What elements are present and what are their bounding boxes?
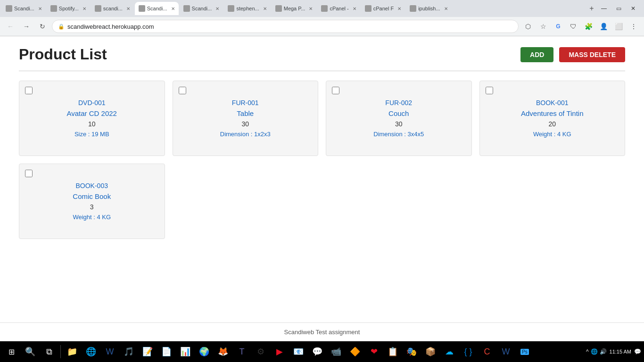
taskbar-ps[interactable]: Ps bbox=[516, 343, 533, 360]
tab-close[interactable]: ✕ bbox=[353, 6, 356, 11]
tab-favicon bbox=[321, 5, 328, 12]
tab-close[interactable]: ✕ bbox=[38, 6, 42, 11]
add-button[interactable]: ADD bbox=[520, 47, 553, 62]
back-button[interactable]: ← bbox=[4, 20, 17, 33]
bookmark-icon[interactable]: ☆ bbox=[537, 20, 550, 33]
tab-close[interactable]: ✕ bbox=[397, 6, 401, 11]
main-content: Product List ADD MASS DELETE DVD-001 Ava… bbox=[0, 36, 644, 322]
tab-t6[interactable]: stephen... ✕ bbox=[224, 2, 270, 15]
tab-t5[interactable]: Scandi... ✕ bbox=[180, 2, 223, 15]
taskbar-app6[interactable]: ▶ bbox=[271, 343, 288, 360]
tab-t4[interactable]: Scandi... ✕ bbox=[135, 2, 179, 15]
taskbar-app2[interactable]: 📝 bbox=[139, 343, 156, 360]
taskbar-edge[interactable]: 🌐 bbox=[83, 343, 99, 360]
lock-icon: 🔒 bbox=[58, 24, 65, 30]
start-button[interactable]: ⊞ bbox=[3, 343, 20, 360]
product-checkbox[interactable] bbox=[179, 87, 186, 94]
taskbar-clock[interactable]: 11:15 AM bbox=[610, 349, 631, 354]
taskbar-app14[interactable]: 📦 bbox=[422, 343, 439, 360]
sidebar-icon[interactable]: ⬜ bbox=[612, 20, 625, 33]
taskbar-app16[interactable]: W bbox=[497, 343, 514, 360]
extension-icon[interactable]: 🧩 bbox=[582, 20, 595, 33]
search-taskbar[interactable]: 🔍 bbox=[22, 343, 39, 360]
taskbar-app7[interactable]: 📧 bbox=[290, 343, 307, 360]
maximize-button[interactable]: ▭ bbox=[613, 4, 624, 13]
taskbar-app3[interactable]: 📄 bbox=[158, 343, 175, 360]
taskbar-app8[interactable]: 💬 bbox=[309, 343, 326, 360]
tab-close[interactable]: ✕ bbox=[83, 6, 86, 11]
tab-close[interactable]: ✕ bbox=[444, 6, 448, 11]
taskbar-vscode[interactable]: { } bbox=[460, 343, 477, 360]
taskbar-app15[interactable]: ☁ bbox=[441, 343, 458, 360]
tray-chevron[interactable]: ^ bbox=[586, 348, 589, 355]
profile-icon[interactable]: 👤 bbox=[597, 20, 610, 33]
tab-close[interactable]: ✕ bbox=[126, 6, 130, 11]
tab-label: Scandi... bbox=[147, 6, 167, 11]
refresh-button[interactable]: ↻ bbox=[36, 20, 49, 33]
tray-network[interactable]: 🌐 bbox=[591, 348, 598, 355]
taskbar-vlc[interactable]: 🎵 bbox=[120, 343, 137, 360]
tab-t2[interactable]: Spotify... ✕ bbox=[47, 2, 90, 15]
taskbar-app11[interactable]: ❤ bbox=[365, 343, 382, 360]
browser-chrome: Scandi... ✕ Spotify... ✕ scandi... ✕ Sca… bbox=[0, 0, 644, 36]
tab-label: Scandi... bbox=[192, 6, 212, 11]
product-card: BOOK-001 Adventures of Tintin 20 Weight … bbox=[479, 81, 626, 156]
google-icon[interactable]: G bbox=[552, 20, 565, 33]
tab-t1[interactable]: Scandi... ✕ bbox=[2, 2, 46, 15]
tab-favicon bbox=[365, 5, 372, 12]
taskbar-right: ^ 🌐 🔊 11:15 AM 💬 bbox=[586, 348, 641, 355]
product-card: DVD-001 Avatar CD 2022 10 Size : 19 MB bbox=[19, 81, 165, 156]
address-bar[interactable]: 🔒 scandiwebreact.herokuapp.com bbox=[52, 20, 519, 33]
product-name: Table bbox=[237, 109, 254, 117]
taskbar-file-explorer[interactable]: 📁 bbox=[64, 343, 81, 360]
tab-t3[interactable]: scandi... ✕ bbox=[91, 2, 134, 15]
taskbar-app10[interactable]: 🔶 bbox=[347, 343, 363, 360]
task-view[interactable]: ⧉ bbox=[41, 343, 58, 360]
tab-t10[interactable]: ipublish... ✕ bbox=[406, 2, 451, 15]
tab-close[interactable]: ✕ bbox=[263, 6, 267, 11]
product-checkbox[interactable] bbox=[25, 170, 33, 177]
close-button[interactable]: ✕ bbox=[628, 4, 638, 13]
taskbar-firefox[interactable]: 🦊 bbox=[215, 343, 231, 360]
tab-t8[interactable]: cPanel - ✕ bbox=[317, 2, 360, 15]
product-checkbox[interactable] bbox=[25, 87, 33, 94]
shield-icon[interactable]: 🛡 bbox=[567, 20, 580, 33]
product-name: Couch bbox=[388, 109, 409, 117]
cast-icon[interactable]: ⬡ bbox=[521, 20, 535, 33]
tab-close[interactable]: ✕ bbox=[215, 6, 219, 11]
tab-label: Mega P... bbox=[284, 6, 305, 11]
tab-t7[interactable]: Mega P... ✕ bbox=[272, 2, 317, 15]
taskbar-chrome2[interactable]: C bbox=[479, 343, 495, 360]
new-tab-button[interactable]: + bbox=[586, 3, 597, 14]
tab-close[interactable]: ✕ bbox=[309, 6, 313, 11]
taskbar-teams[interactable]: T bbox=[233, 343, 250, 360]
taskbar-word[interactable]: W bbox=[101, 343, 118, 360]
tray-volume[interactable]: 🔊 bbox=[600, 348, 607, 355]
header-buttons: ADD MASS DELETE bbox=[520, 47, 625, 62]
mass-delete-button[interactable]: MASS DELETE bbox=[559, 47, 625, 62]
product-checkbox[interactable] bbox=[332, 87, 339, 94]
taskbar-divider bbox=[60, 345, 61, 358]
notification-icon[interactable]: 💬 bbox=[634, 348, 641, 355]
taskbar-app12[interactable]: 📋 bbox=[384, 343, 401, 360]
taskbar-app5[interactable]: ⚙ bbox=[252, 343, 269, 360]
product-checkbox[interactable] bbox=[486, 87, 493, 94]
product-sku: BOOK-003 bbox=[76, 182, 108, 189]
taskbar-app13[interactable]: 🎭 bbox=[403, 343, 420, 360]
product-attribute: Dimension : 3x4x5 bbox=[373, 131, 424, 138]
tab-t9[interactable]: cPanel F ✕ bbox=[361, 2, 405, 15]
tab-favicon bbox=[410, 5, 416, 12]
tab-close[interactable]: ✕ bbox=[171, 6, 175, 11]
product-sku: FUR-002 bbox=[385, 99, 412, 107]
taskbar-app9[interactable]: 📹 bbox=[328, 343, 345, 360]
product-grid: DVD-001 Avatar CD 2022 10 Size : 19 MB F… bbox=[19, 81, 625, 239]
taskbar-app4[interactable]: 📊 bbox=[177, 343, 194, 360]
tab-label: Scandi... bbox=[14, 6, 34, 11]
more-icon[interactable]: ⋮ bbox=[627, 20, 640, 33]
tab-favicon bbox=[275, 5, 282, 12]
forward-button[interactable]: → bbox=[20, 20, 33, 33]
tab-label: cPanel - bbox=[330, 6, 348, 11]
minimize-button[interactable]: — bbox=[598, 4, 610, 13]
product-attribute: Weight : 4 KG bbox=[533, 131, 571, 138]
taskbar-chrome[interactable]: 🌍 bbox=[196, 343, 213, 360]
